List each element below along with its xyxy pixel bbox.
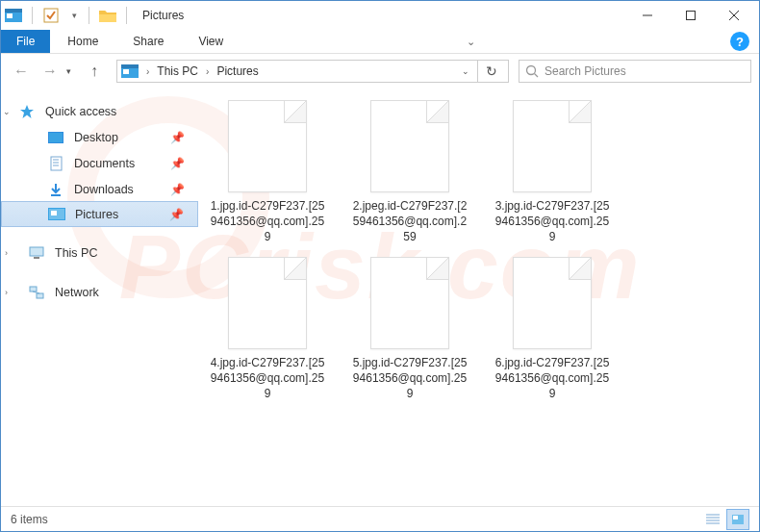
minimize-button[interactable] [625,2,669,30]
svg-rect-26 [37,293,43,298]
file-item[interactable]: 5.jpg.id-C279F237.[259461356@qq.com].259 [350,257,469,402]
up-button[interactable]: ↑ [82,59,107,84]
downloads-icon [47,182,64,197]
svg-rect-14 [49,133,63,142]
folder-icon [99,7,116,24]
pin-icon: 📌 [169,208,184,221]
search-icon [525,64,539,78]
pin-icon: 📌 [170,131,185,144]
sidebar: ⌄ Quick access Desktop 📌 Documents 📌 Dow… [1,89,198,506]
statusbar: 6 items [1,506,759,531]
file-name: 1.jpg.id-C279F237.[259461356@qq.com].259 [208,198,327,245]
file-item[interactable]: 4.jpg.id-C279F237.[259461356@qq.com].259 [208,257,327,402]
search-input[interactable]: Search Pictures [519,60,751,83]
file-name: 5.jpg.id-C279F237.[259461356@qq.com].259 [350,355,469,402]
app-icon [5,7,22,24]
svg-rect-23 [30,247,43,256]
file-name: 4.jpg.id-C279F237.[259461356@qq.com].259 [208,355,327,402]
svg-rect-25 [30,287,37,291]
pictures-icon [48,207,65,222]
svg-rect-22 [51,211,57,215]
pin-icon: 📌 [170,157,185,170]
sidebar-item-label: Desktop [74,131,118,144]
sidebar-item-label: Network [55,286,99,299]
chevron-right-icon[interactable]: › [144,66,151,77]
file-item[interactable]: 3.jpg.id-C279F237.[259461356@qq.com].259 [493,100,612,245]
svg-rect-2 [7,13,13,18]
tab-view[interactable]: View [181,30,241,53]
sidebar-item-label: Quick access [45,105,116,118]
file-menu[interactable]: File [1,30,50,53]
help-button[interactable]: ? [730,32,749,51]
file-thumb-icon [370,100,449,192]
file-name: 3.jpg.id-C279F237.[259461356@qq.com].259 [493,198,612,245]
sidebar-item-desktop[interactable]: Desktop 📌 [1,124,198,150]
svg-rect-24 [34,257,39,259]
maximize-button[interactable] [669,2,712,30]
svg-point-11 [527,66,536,75]
address-dropdown-icon[interactable]: ⌄ [462,66,473,76]
expand-icon[interactable]: › [5,248,8,258]
svg-line-12 [535,74,539,78]
search-placeholder: Search Pictures [545,64,626,78]
file-thumb-icon [513,100,592,192]
breadcrumb-thispc[interactable]: This PC [157,64,198,78]
sidebar-item-label: Documents [74,157,135,170]
address-bar[interactable]: › This PC › Pictures ⌄ ↻ [116,60,509,83]
pin-icon: 📌 [170,183,185,196]
address-pictures-icon [121,63,139,80]
star-icon [18,104,36,119]
file-thumb-icon [228,257,307,349]
tab-home[interactable]: Home [50,30,115,53]
file-thumb-icon [370,257,449,349]
collapse-icon[interactable]: ⌄ [3,107,11,116]
checked-folder-icon[interactable] [42,7,60,24]
refresh-button[interactable]: ↻ [477,61,504,82]
navbar: ← → ▾ ↑ › This PC › Pictures ⌄ ↻ Search … [1,54,759,89]
view-details-button[interactable] [701,509,724,530]
breadcrumb-pictures[interactable]: Pictures [216,64,258,78]
sidebar-item-label: This PC [55,246,97,260]
close-button[interactable] [712,2,755,30]
documents-icon [47,156,64,171]
sidebar-item-thispc[interactable]: › This PC [1,240,198,266]
file-thumb-icon [228,100,307,192]
sidebar-item-network[interactable]: › Network [1,279,198,305]
svg-rect-1 [5,9,22,13]
sidebar-item-downloads[interactable]: Downloads 📌 [1,176,198,202]
view-icons-button[interactable] [726,509,749,530]
thispc-icon [28,245,45,261]
qat-dropdown-icon[interactable]: ▾ [69,7,79,24]
ribbon: File Home Share View ⌄ ? [1,30,759,54]
file-item[interactable]: 1.jpg.id-C279F237.[259461356@qq.com].259 [208,100,327,245]
titlebar: ▾ Pictures [1,1,759,30]
sidebar-item-label: Downloads [74,183,134,196]
svg-rect-9 [121,64,139,68]
file-list[interactable]: 1.jpg.id-C279F237.[259461356@qq.com].259… [198,89,759,506]
file-name: 2.jpeg.id-C279F237.[259461356@qq.com].25… [350,198,469,245]
desktop-icon [47,130,64,145]
svg-rect-10 [123,69,129,74]
forward-button[interactable]: → [38,59,63,84]
svg-rect-5 [686,12,695,20]
ribbon-expand-icon[interactable]: ⌄ [467,36,475,48]
sidebar-item-documents[interactable]: Documents 📌 [1,150,198,176]
sidebar-item-pictures[interactable]: Pictures 📌 [1,201,198,227]
back-button[interactable]: ← [9,59,34,84]
svg-rect-33 [733,516,738,519]
svg-rect-15 [51,157,62,170]
expand-icon[interactable]: › [5,288,8,297]
file-item[interactable]: 2.jpeg.id-C279F237.[259461356@qq.com].25… [350,100,469,245]
sidebar-quickaccess[interactable]: ⌄ Quick access [1,98,198,124]
history-dropdown-icon[interactable]: ▾ [66,66,78,76]
tab-share[interactable]: Share [115,30,181,53]
network-icon [28,285,45,300]
sidebar-item-label: Pictures [75,208,118,221]
file-thumb-icon [513,257,592,349]
content-area: ⌄ Quick access Desktop 📌 Documents 📌 Dow… [1,89,759,506]
file-item[interactable]: 6.jpg.id-C279F237.[259461356@qq.com].259 [493,257,612,402]
status-item-count: 6 items [11,513,48,526]
window-title: Pictures [142,9,184,22]
file-name: 6.jpg.id-C279F237.[259461356@qq.com].259 [493,355,612,402]
chevron-right-icon[interactable]: › [204,66,211,77]
